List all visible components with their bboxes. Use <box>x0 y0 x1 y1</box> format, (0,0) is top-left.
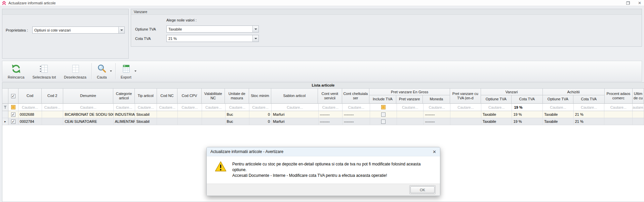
close-window-icon[interactable]: ✕ <box>638 1 641 5</box>
ok-button[interactable]: OK <box>410 186 435 193</box>
deselecteaza-button[interactable]: Deselecteaza <box>60 62 90 81</box>
col-header-valabilitate[interactable]: Valabilitate NC <box>202 89 225 103</box>
cell-cod[interactable]: 0002688 <box>18 111 42 118</box>
col-header-tip[interactable]: Tip articol <box>135 89 157 103</box>
dialog-titlebar[interactable]: Actualizare informatii articole - Averti… <box>207 147 440 156</box>
filter-cell-a_optiune[interactable]: Cautare... <box>543 104 574 111</box>
cell-include_tva[interactable] <box>370 118 397 125</box>
cell-procent[interactable] <box>604 111 633 118</box>
cell-stoc_minim[interactable]: 0 <box>249 111 272 118</box>
checkbox-unchecked-icon[interactable] <box>381 112 386 117</box>
filter-cell-procent[interactable]: Cautare... <box>604 104 633 111</box>
cell-cod_cpv[interactable] <box>178 118 202 125</box>
reincarca-button[interactable]: Reincarca <box>4 62 29 81</box>
checkbox-unchecked-icon[interactable] <box>381 119 386 124</box>
filter-cell-ultim[interactable]: Cautare... <box>633 104 644 111</box>
restore-window-icon[interactable] <box>626 1 630 5</box>
table-row[interactable]: ▸✓0002784CEAI SUNATOAREALIMENTAREStocabi… <box>2 118 644 125</box>
cell-ultim[interactable] <box>633 118 644 125</box>
selecteaza-tot-button[interactable]: Selecteaza tot <box>29 62 60 81</box>
cell-moneda[interactable]: -------- <box>424 118 450 125</box>
col-header-cod_cpv[interactable]: Cod CPV <box>177 89 201 103</box>
col-header-include_tva[interactable]: Include TVA <box>369 95 396 103</box>
checkbox-checked-icon[interactable]: ✓ <box>11 94 15 98</box>
cell-v_optiune[interactable]: Taxabile <box>481 111 512 118</box>
col-header-cont_chelt[interactable]: Cont cheltuiala ser <box>342 89 369 103</box>
cell-ultim[interactable] <box>633 111 644 118</box>
filter-cell-a_cota[interactable]: Cautare... <box>574 104 605 111</box>
table-row[interactable]: ✓0002688BICARBONAT DE SODIU 50GINDUSTRIA… <box>2 111 644 118</box>
col-header-pret_tva[interactable]: Pret vanzare cu TVA (en-d <box>450 89 481 103</box>
select-all-checkbox-cell[interactable]: ✓ <box>8 89 18 103</box>
cell-pret_vanzare[interactable] <box>397 111 424 118</box>
cell-denumire[interactable]: CEAI SUNATOARE <box>63 118 113 125</box>
cell-valabilitate[interactable] <box>202 118 226 125</box>
cell-cont_chelt[interactable]: -------- <box>343 111 370 118</box>
filter-cell-include_tva[interactable] <box>370 104 397 111</box>
filter-cell-tip[interactable]: Cautare... <box>135 104 157 111</box>
filter-cell-pret_tva[interactable]: Cautare... <box>450 104 481 111</box>
cell-include_tva[interactable] <box>370 111 397 118</box>
cell-indicator[interactable]: ▸ <box>2 118 8 125</box>
filter-cell-cont_chelt[interactable]: Cautare... <box>343 104 370 111</box>
optiune-tva-dropdown-button[interactable] <box>252 26 258 32</box>
col-header-procent[interactable]: Procent adaos comerc <box>605 89 633 103</box>
col-header-cod[interactable]: Cod <box>18 89 42 103</box>
filter-cell-cod[interactable]: Cautare... <box>18 104 42 111</box>
cell-cod_nc[interactable] <box>157 118 178 125</box>
cell-v_cota[interactable]: 19 % <box>512 118 543 125</box>
cell-stoc_minim[interactable]: 0 <box>249 118 272 125</box>
cauta-button[interactable]: Cauta <box>93 62 114 81</box>
export-button[interactable]: Export <box>117 62 139 81</box>
col-header-um[interactable]: Unitate de masura <box>225 89 249 103</box>
optiune-tva-combobox[interactable]: Taxabile <box>166 26 259 33</box>
cell-v_cota[interactable]: 19 % <box>512 111 543 118</box>
col-header-stoc_minim[interactable]: Stoc minim <box>249 89 271 103</box>
col-group-header-achizitii[interactable]: Achizitii <box>543 89 604 95</box>
cell-denumire[interactable]: BICARBONAT DE SODIU 50G <box>63 111 113 118</box>
cell-cod[interactable]: 0002784 <box>18 118 42 125</box>
cell-cont_chelt[interactable]: -------- <box>343 118 370 125</box>
checkbox-indeterminate-icon[interactable] <box>11 105 15 109</box>
col-header-cod2[interactable]: Cod 2 <box>42 89 63 103</box>
cell-a_cota[interactable]: 21 % <box>574 111 605 118</box>
cell-a_optiune[interactable]: Taxabile <box>543 118 574 125</box>
dropdown-arrow-icon[interactable] <box>134 70 136 72</box>
col-header-denumire[interactable]: Denumire <box>63 89 113 103</box>
filter-cell-sablon[interactable]: Cautare... <box>272 104 318 111</box>
cell-check[interactable]: ✓ <box>8 118 18 125</box>
checkbox-checked-icon[interactable]: ✓ <box>11 112 15 117</box>
cell-cod_nc[interactable] <box>157 111 178 118</box>
filter-cell-denumire[interactable]: Cautare... <box>63 104 113 111</box>
cell-categorie[interactable]: ALIMENTARE <box>114 118 135 125</box>
window-titlebar[interactable]: Actualizare informatii articole ✕ <box>0 0 644 6</box>
filter-cell-cont_venit[interactable]: Cautare... <box>319 104 343 111</box>
cell-v_optiune[interactable]: Taxabile <box>481 118 512 125</box>
filter-cell-cod2[interactable]: Cautare... <box>42 104 64 111</box>
dropdown-arrow-icon[interactable] <box>110 70 112 72</box>
cell-cod2[interactable] <box>42 111 64 118</box>
cell-indicator[interactable] <box>2 111 8 118</box>
col-header-a_cota[interactable]: Cota TVA <box>573 95 604 103</box>
col-header-v_cota[interactable]: Cota TVA <box>512 95 542 103</box>
filter-cell-um[interactable]: Cautare... <box>226 104 250 111</box>
filter-cell-valabilitate[interactable]: Cautare... <box>202 104 226 111</box>
property-combobox-dropdown-button[interactable] <box>118 27 124 33</box>
col-header-cont_venit[interactable]: Cont venit servicii <box>318 89 342 103</box>
col-header-moneda[interactable]: Moneda <box>423 95 450 103</box>
col-header-a_optiune[interactable]: Optiune TVA <box>543 95 574 103</box>
dialog-close-icon[interactable]: ✕ <box>433 150 436 154</box>
cell-sablon[interactable]: Marfuri <box>272 111 318 118</box>
cell-a_cota[interactable]: 21 % <box>574 118 605 125</box>
checkbox-indeterminate-icon[interactable] <box>381 105 386 109</box>
cota-tva-combobox[interactable]: 21 % <box>166 35 259 42</box>
checkbox-checked-icon[interactable]: ✓ <box>11 119 15 124</box>
col-header-ultim[interactable]: Ultim de cu <box>633 89 644 103</box>
cota-tva-dropdown-button[interactable] <box>252 35 258 42</box>
filter-cell-v_optiune[interactable]: Cautare... <box>481 104 512 111</box>
cell-sablon[interactable]: Marfuri <box>272 118 318 125</box>
cell-pret_tva[interactable] <box>450 111 481 118</box>
cell-tip[interactable]: Stocabil <box>135 111 157 118</box>
cell-pret_vanzare[interactable] <box>397 118 424 125</box>
filter-cell-check[interactable] <box>8 104 18 111</box>
